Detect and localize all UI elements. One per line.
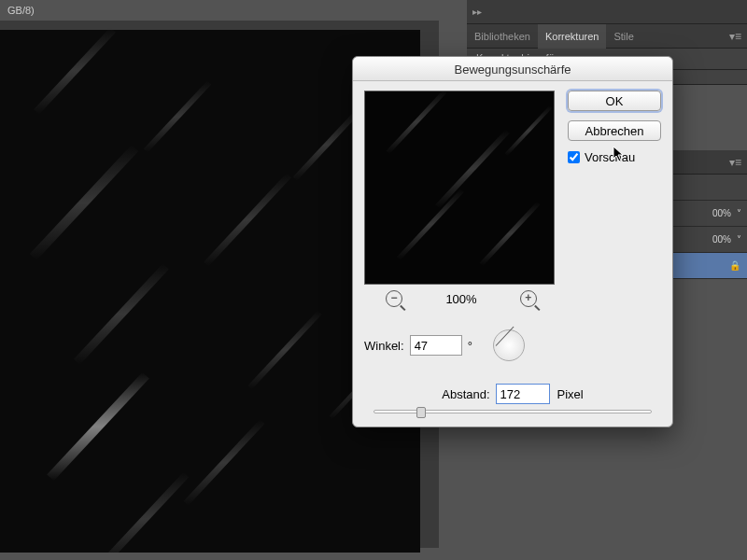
panel-header-adjustments: ▸▸	[467, 0, 747, 24]
motion-blur-dialog: Bewegungsunschärfe OK Abbrechen Vorschau…	[352, 56, 673, 427]
fill-value: 00%	[712, 234, 731, 245]
zoom-out-icon[interactable]: −	[386, 290, 402, 307]
angle-degree-symbol: °	[468, 339, 472, 353]
panel-flyout-icon[interactable]: ▾≡	[724, 30, 747, 43]
cancel-button[interactable]: Abbrechen	[568, 120, 661, 141]
distance-unit: Pixel	[557, 387, 584, 401]
ok-button[interactable]: OK	[568, 91, 661, 111]
zoom-controls: − 100% +	[364, 290, 558, 307]
layers-flyout-icon[interactable]: ▾≡	[724, 156, 747, 169]
tab-stile[interactable]: Stile	[606, 24, 641, 49]
preview-label: Vorschau	[585, 150, 635, 164]
distance-row: Abstand: Pixel	[364, 384, 661, 404]
angle-input[interactable]	[410, 335, 462, 356]
tab-bibliotheken[interactable]: Bibliotheken	[467, 24, 538, 49]
tab-korrekturen[interactable]: Korrekturen	[538, 24, 606, 49]
angle-row: Winkel: °	[364, 329, 661, 361]
panel-tabs: Bibliotheken Korrekturen Stile ▾≡	[467, 24, 747, 49]
preview-checkbox[interactable]	[568, 151, 580, 163]
distance-slider[interactable]	[364, 410, 661, 413]
zoom-in-icon[interactable]: +	[520, 290, 537, 307]
angle-dial[interactable]	[493, 329, 525, 361]
document-tab-label: GB/8)	[7, 5, 35, 16]
document-tab[interactable]: GB/8)	[0, 0, 35, 21]
distance-label: Abstand:	[442, 387, 489, 401]
slider-thumb[interactable]	[416, 407, 426, 418]
zoom-level: 100%	[445, 292, 476, 306]
lock-icon[interactable]: 🔒	[728, 260, 741, 271]
distance-input[interactable]	[496, 384, 550, 404]
preview-checkbox-row[interactable]: Vorschau	[568, 150, 661, 164]
collapse-icon[interactable]: ▸▸	[467, 7, 487, 17]
angle-label: Winkel:	[364, 339, 404, 353]
filter-preview[interactable]	[364, 91, 555, 285]
dropdown-icon[interactable]: ˅	[737, 208, 741, 218]
dropdown-icon[interactable]: ˅	[737, 234, 741, 245]
opacity-value: 00%	[712, 208, 731, 218]
dialog-title: Bewegungsunschärfe	[353, 57, 672, 81]
